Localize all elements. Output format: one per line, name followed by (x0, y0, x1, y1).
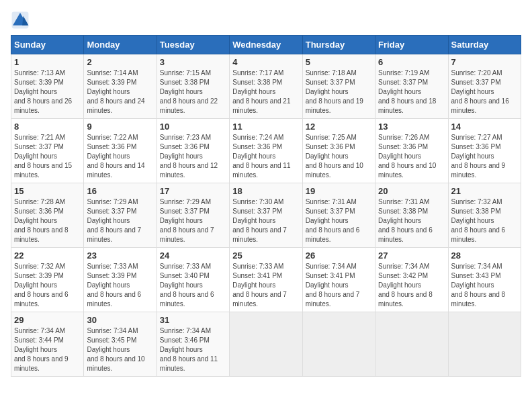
calendar-cell: 6 Sunrise: 7:19 AMSunset: 3:37 PMDayligh… (375, 54, 448, 119)
calendar-cell: 2 Sunrise: 7:14 AMSunset: 3:39 PMDayligh… (84, 54, 157, 119)
calendar-cell: 7 Sunrise: 7:20 AMSunset: 3:37 PMDayligh… (448, 54, 521, 119)
calendar-cell: 24 Sunrise: 7:33 AMSunset: 3:40 PMDaylig… (157, 248, 229, 312)
day-number: 16 (87, 186, 153, 196)
day-info: Sunrise: 7:34 AMSunset: 3:43 PMDaylight … (451, 263, 506, 308)
calendar-cell: 3 Sunrise: 7:15 AMSunset: 3:38 PMDayligh… (157, 54, 229, 119)
calendar-cell: 28 Sunrise: 7:34 AMSunset: 3:43 PMDaylig… (448, 248, 521, 312)
day-number: 31 (160, 315, 226, 325)
day-info: Sunrise: 7:24 AMSunset: 3:36 PMDaylight … (232, 134, 290, 179)
day-info: Sunrise: 7:25 AMSunset: 3:36 PMDaylight … (306, 134, 363, 179)
calendar-cell (375, 312, 448, 377)
calendar-header-row: SundayMondayTuesdayWednesdayThursdayFrid… (11, 36, 521, 54)
day-info: Sunrise: 7:20 AMSunset: 3:37 PMDaylight … (451, 69, 509, 114)
day-number: 15 (14, 186, 81, 196)
calendar-cell: 31 Sunrise: 7:34 AMSunset: 3:46 PMDaylig… (157, 312, 229, 377)
calendar-cell: 27 Sunrise: 7:34 AMSunset: 3:42 PMDaylig… (375, 248, 448, 312)
day-info: Sunrise: 7:33 AMSunset: 3:39 PMDaylight … (87, 263, 141, 308)
day-number: 14 (451, 122, 518, 132)
day-number: 22 (14, 250, 81, 261)
calendar-cell: 12 Sunrise: 7:25 AMSunset: 3:36 PMDaylig… (302, 119, 375, 183)
day-number: 25 (232, 250, 299, 261)
logo (11, 11, 32, 30)
calendar-cell (448, 312, 521, 377)
day-info: Sunrise: 7:32 AMSunset: 3:38 PMDaylight … (451, 198, 506, 243)
calendar-cell: 26 Sunrise: 7:34 AMSunset: 3:41 PMDaylig… (302, 248, 375, 312)
day-info: Sunrise: 7:17 AMSunset: 3:38 PMDaylight … (232, 69, 290, 114)
day-number: 21 (451, 186, 518, 196)
day-info: Sunrise: 7:29 AMSunset: 3:37 PMDaylight … (160, 198, 214, 243)
calendar-cell: 13 Sunrise: 7:26 AMSunset: 3:36 PMDaylig… (375, 119, 448, 183)
day-number: 30 (87, 315, 153, 325)
calendar-cell: 29 Sunrise: 7:34 AMSunset: 3:44 PMDaylig… (11, 312, 84, 377)
day-number: 17 (160, 186, 226, 196)
day-info: Sunrise: 7:31 AMSunset: 3:37 PMDaylight … (306, 198, 360, 243)
calendar-cell: 30 Sunrise: 7:34 AMSunset: 3:45 PMDaylig… (84, 312, 157, 377)
day-number: 2 (87, 57, 153, 67)
day-number: 18 (232, 186, 299, 196)
header-saturday: Saturday (448, 36, 521, 54)
day-info: Sunrise: 7:13 AMSunset: 3:39 PMDaylight … (14, 69, 72, 114)
day-info: Sunrise: 7:32 AMSunset: 3:39 PMDaylight … (14, 263, 69, 308)
day-info: Sunrise: 7:18 AMSunset: 3:37 PMDaylight … (306, 69, 363, 114)
logo-icon (11, 11, 30, 30)
day-info: Sunrise: 7:26 AMSunset: 3:36 PMDaylight … (378, 134, 436, 179)
day-number: 13 (378, 122, 445, 132)
day-info: Sunrise: 7:28 AMSunset: 3:36 PMDaylight … (14, 198, 69, 243)
week-row-3: 15 Sunrise: 7:28 AMSunset: 3:36 PMDaylig… (11, 183, 521, 248)
day-info: Sunrise: 7:14 AMSunset: 3:39 PMDaylight … (87, 69, 144, 114)
calendar-cell: 21 Sunrise: 7:32 AMSunset: 3:38 PMDaylig… (448, 183, 521, 248)
calendar-cell: 25 Sunrise: 7:33 AMSunset: 3:41 PMDaylig… (230, 248, 302, 312)
day-number: 29 (14, 315, 81, 325)
day-info: Sunrise: 7:21 AMSunset: 3:37 PMDaylight … (14, 134, 72, 179)
calendar-cell: 23 Sunrise: 7:33 AMSunset: 3:39 PMDaylig… (84, 248, 157, 312)
calendar-cell: 4 Sunrise: 7:17 AMSunset: 3:38 PMDayligh… (230, 54, 302, 119)
day-number: 19 (306, 186, 372, 196)
day-number: 24 (160, 250, 226, 261)
day-info: Sunrise: 7:30 AMSunset: 3:37 PMDaylight … (232, 198, 287, 243)
calendar-table: SundayMondayTuesdayWednesdayThursdayFrid… (11, 35, 521, 377)
day-info: Sunrise: 7:22 AMSunset: 3:36 PMDaylight … (87, 134, 144, 179)
day-number: 9 (87, 122, 153, 132)
day-number: 28 (451, 250, 518, 261)
day-number: 3 (160, 57, 226, 67)
week-row-1: 1 Sunrise: 7:13 AMSunset: 3:39 PMDayligh… (11, 54, 521, 119)
day-info: Sunrise: 7:19 AMSunset: 3:37 PMDaylight … (378, 69, 436, 114)
calendar-cell: 22 Sunrise: 7:32 AMSunset: 3:39 PMDaylig… (11, 248, 84, 312)
calendar-cell (302, 312, 375, 377)
header-wednesday: Wednesday (230, 36, 302, 54)
day-info: Sunrise: 7:33 AMSunset: 3:41 PMDaylight … (232, 263, 287, 308)
header-thursday: Thursday (302, 36, 375, 54)
day-info: Sunrise: 7:27 AMSunset: 3:36 PMDaylight … (451, 134, 506, 179)
day-number: 27 (378, 250, 445, 261)
day-info: Sunrise: 7:29 AMSunset: 3:37 PMDaylight … (87, 198, 141, 243)
day-info: Sunrise: 7:23 AMSunset: 3:36 PMDaylight … (160, 134, 218, 179)
calendar-cell: 11 Sunrise: 7:24 AMSunset: 3:36 PMDaylig… (230, 119, 302, 183)
page-header (11, 11, 521, 30)
calendar-cell: 10 Sunrise: 7:23 AMSunset: 3:36 PMDaylig… (157, 119, 229, 183)
calendar-cell: 8 Sunrise: 7:21 AMSunset: 3:37 PMDayligh… (11, 119, 84, 183)
day-number: 12 (306, 122, 372, 132)
day-info: Sunrise: 7:34 AMSunset: 3:45 PMDaylight … (87, 327, 144, 372)
day-number: 8 (14, 122, 81, 132)
day-info: Sunrise: 7:15 AMSunset: 3:38 PMDaylight … (160, 69, 218, 114)
day-number: 10 (160, 122, 226, 132)
day-number: 20 (378, 186, 445, 196)
header-sunday: Sunday (11, 36, 84, 54)
day-number: 11 (232, 122, 299, 132)
day-info: Sunrise: 7:33 AMSunset: 3:40 PMDaylight … (160, 263, 214, 308)
calendar-cell: 5 Sunrise: 7:18 AMSunset: 3:37 PMDayligh… (302, 54, 375, 119)
day-info: Sunrise: 7:34 AMSunset: 3:41 PMDaylight … (306, 263, 360, 308)
calendar-cell: 16 Sunrise: 7:29 AMSunset: 3:37 PMDaylig… (84, 183, 157, 248)
calendar-cell: 1 Sunrise: 7:13 AMSunset: 3:39 PMDayligh… (11, 54, 84, 119)
day-number: 5 (306, 57, 372, 67)
day-number: 23 (87, 250, 153, 261)
day-info: Sunrise: 7:34 AMSunset: 3:44 PMDaylight … (14, 327, 69, 372)
day-number: 7 (451, 57, 518, 67)
week-row-5: 29 Sunrise: 7:34 AMSunset: 3:44 PMDaylig… (11, 312, 521, 377)
day-number: 6 (378, 57, 445, 67)
calendar-cell: 9 Sunrise: 7:22 AMSunset: 3:36 PMDayligh… (84, 119, 157, 183)
week-row-2: 8 Sunrise: 7:21 AMSunset: 3:37 PMDayligh… (11, 119, 521, 183)
day-info: Sunrise: 7:34 AMSunset: 3:42 PMDaylight … (378, 263, 433, 308)
calendar-cell (230, 312, 302, 377)
header-tuesday: Tuesday (157, 36, 229, 54)
